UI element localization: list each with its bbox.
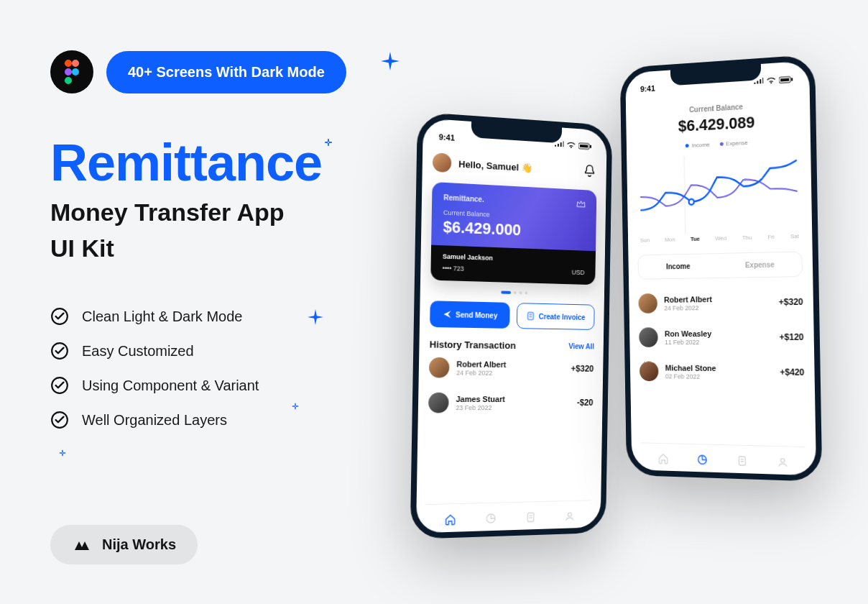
product-title: Remittance [50,133,395,192]
svg-point-19 [568,513,571,516]
send-money-button[interactable]: Send Money [430,301,510,329]
check-icon [50,411,69,429]
check-icon [50,342,69,360]
check-icon [50,376,69,395]
svg-rect-12 [527,312,533,319]
transaction-name: James Stuart [456,394,570,403]
svg-point-29 [780,459,784,462]
profile-icon[interactable] [776,455,789,469]
document-icon[interactable] [735,454,748,468]
svg-point-0 [65,60,72,67]
transaction-amount: +$320 [779,297,803,308]
svg-rect-11 [590,145,591,148]
svg-point-2 [65,68,72,76]
segment-control[interactable]: Income Expense [637,251,803,279]
tab-bar [641,442,806,475]
avatar[interactable] [433,152,452,173]
feature-item: Using Component & Variant [50,376,395,395]
transaction-row[interactable]: James Stuart 23 Feb 2022 -$20 [428,385,594,421]
axis-day[interactable]: Sat [790,233,799,239]
transaction-name: Michael Stone [665,363,773,372]
transaction-name: Robert Albert [664,294,772,304]
line-chart[interactable] [633,150,805,236]
status-time: 9:41 [640,84,655,93]
transaction-date: 02 Feb 2022 [665,372,773,380]
sparkle-icon [59,449,66,457]
transaction-row[interactable]: Ron Weasley 11 Feb 2022 +$120 [639,319,804,354]
phone-mockup-stats: 9:41 Current Balance $6.429.089 Income E… [620,55,823,482]
chart-legend: Income Expense [636,137,800,151]
card-last-digits: •••• 723 [443,265,464,273]
document-icon[interactable] [524,511,537,523]
feature-item: Clean Light & Dark Mode [50,307,395,326]
phone-mockup-home: 9:41 Hello, Samuel 👋 Remittance. [410,112,613,539]
signal-icon [554,141,563,149]
wifi-icon [766,77,776,85]
crown-icon [576,199,586,208]
balance-card[interactable]: Remittance. Current Balance $6.429.000 S… [430,182,596,285]
transaction-name: Ron Weasley [665,329,772,337]
transaction-date: 24 Feb 2022 [664,303,772,311]
create-invoice-label: Create Invoice [539,312,586,321]
axis-day[interactable]: Fri [767,234,774,240]
feature-text: Well Organized Layers [82,412,227,429]
axis-day[interactable]: Mon [665,237,675,243]
send-money-label: Send Money [456,311,497,319]
legend-expense: Expense [726,139,748,147]
send-icon [443,310,451,319]
chart-icon[interactable] [484,512,497,526]
transaction-amount: +$420 [780,367,804,378]
battery-icon [578,142,592,150]
segment-expense[interactable]: Expense [719,252,802,278]
transaction-row[interactable]: Robert Albert 24 Feb 2022 +$320 [638,284,803,320]
product-subtitle-line2: UI Kit [50,232,395,264]
avatar [639,327,658,347]
svg-point-1 [72,60,79,67]
brand-logo-icon [72,539,92,552]
axis-day[interactable]: Thu [742,234,752,241]
brand-name: Nija Works [102,536,176,553]
transaction-row[interactable]: Robert Albert 24 Feb 2022 +$320 [429,350,594,386]
feature-text: Easy Customized [82,343,194,360]
svg-rect-26 [739,457,745,465]
transaction-row[interactable]: Michael Stone 02 Feb 2022 +$420 [640,354,805,390]
pager-dots[interactable] [430,289,595,296]
segment-income[interactable]: Income [638,254,719,279]
home-icon[interactable] [657,452,669,465]
product-subtitle-line1: Money Transfer App [50,196,395,228]
transaction-amount: +$320 [571,364,594,374]
battery-icon [779,76,793,83]
transaction-amount: -$20 [577,398,594,408]
svg-rect-16 [527,513,534,521]
svg-rect-22 [791,78,793,81]
view-all-link[interactable]: View All [568,342,594,350]
profile-icon[interactable] [563,510,576,523]
check-icon [50,307,69,326]
feature-item: Easy Customized [50,342,395,360]
svg-point-4 [65,77,72,84]
avatar [640,361,659,381]
axis-day[interactable]: Sun [640,237,650,244]
svg-rect-21 [780,78,789,82]
transaction-date: 24 Feb 2022 [456,369,564,377]
svg-point-24 [689,199,694,205]
chart-icon[interactable] [696,453,708,466]
screens-badge: 40+ Screens With Dark Mode [106,51,346,93]
card-currency: USD [572,269,585,276]
history-title: History Transaction [430,339,516,351]
create-invoice-button[interactable]: Create Invoice [517,303,595,330]
bell-icon[interactable] [582,163,597,180]
card-holder: Samuel Jackson [443,252,585,265]
axis-day[interactable]: Tue [691,236,700,242]
feature-text: Clean Light & Dark Mode [82,308,242,325]
brand-badge: Nija Works [50,525,198,564]
home-icon[interactable] [443,513,456,526]
avatar [428,393,449,413]
feature-item: Well Organized Layers [50,411,395,429]
avatar [638,293,657,314]
svg-point-3 [72,68,79,76]
wifi-icon [566,142,576,150]
card-brand: Remittance. [443,193,484,203]
status-time: 9:41 [439,132,455,142]
axis-day[interactable]: Wed [715,235,726,242]
